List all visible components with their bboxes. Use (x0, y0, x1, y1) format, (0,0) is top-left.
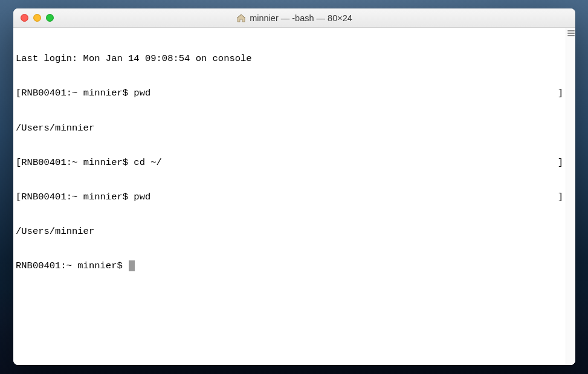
command: pwd (134, 88, 150, 98)
current-prompt-line: RNB00401:~ minnier$ (16, 260, 563, 272)
close-button[interactable] (21, 14, 28, 22)
terminal-line: [RNB00401:~ minnier$ pwd] (16, 88, 563, 99)
cursor (129, 260, 135, 271)
terminal-output: /Users/minnier (16, 123, 563, 134)
home-icon (236, 14, 246, 22)
bracket: ] (558, 157, 563, 169)
bracket: [ (16, 88, 21, 98)
terminal-content[interactable]: Last login: Mon Jan 14 09:08:54 on conso… (13, 28, 566, 365)
terminal-output: /Users/minnier (16, 226, 563, 237)
command: cd ~/ (134, 157, 162, 168)
terminal-line: [RNB00401:~ minnier$ pwd] (16, 192, 563, 203)
titlebar[interactable]: minnier — -bash — 80×24 (13, 8, 575, 28)
traffic-lights (13, 14, 54, 22)
window-title-wrap: minnier — -bash — 80×24 (13, 13, 575, 23)
scrollbar[interactable] (566, 28, 575, 365)
bracket: ] (558, 192, 563, 203)
prompt: RNB00401:~ minnier$ (21, 88, 134, 98)
prompt: RNB00401:~ minnier$ (21, 192, 134, 202)
prompt: RNB00401:~ minnier$ (21, 157, 134, 168)
window-title: minnier — -bash — 80×24 (250, 13, 352, 23)
bracket: [ (16, 192, 21, 202)
menu-icon[interactable] (567, 30, 575, 36)
command: pwd (134, 192, 150, 202)
terminal-body: Last login: Mon Jan 14 09:08:54 on conso… (13, 28, 575, 365)
last-login-line: Last login: Mon Jan 14 09:08:54 on conso… (16, 53, 563, 65)
terminal-window: minnier — -bash — 80×24 Last login: Mon … (13, 8, 575, 365)
bracket: ] (558, 88, 563, 99)
terminal-line: [RNB00401:~ minnier$ cd ~/] (16, 157, 563, 169)
zoom-button[interactable] (46, 14, 54, 22)
prompt: RNB00401:~ minnier$ (16, 260, 128, 271)
minimize-button[interactable] (33, 14, 41, 22)
bracket: [ (16, 157, 21, 168)
